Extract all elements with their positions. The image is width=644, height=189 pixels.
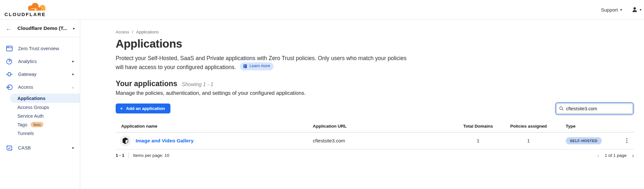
applications-table: Application name Application URL Total D… (116, 124, 634, 149)
section-title: Your applications (116, 79, 177, 88)
page-title: Applications (116, 37, 634, 50)
add-application-label: Add an application (126, 106, 165, 111)
type-cell: SELF-HOSTED (555, 137, 616, 144)
pagination-right: ‹ 1 of 1 page › (597, 152, 634, 158)
breadcrumb-applications: Applications (136, 30, 159, 34)
sidebar-item-analytics[interactable]: Analytics ▾ (0, 55, 80, 68)
sidebar-item-label: Applications (17, 96, 45, 101)
casb-icon (6, 145, 13, 151)
items-per-page-label: Items per page: 10 (133, 153, 169, 158)
pagination-range: 1 - 1 (116, 153, 124, 158)
sidebar-item-label: Access (18, 85, 33, 90)
beta-badge: Beta (31, 122, 44, 127)
sidebar-item-label: Service Auth (17, 113, 43, 119)
search-box (556, 104, 633, 114)
column-header-policies-assigned: Policies assigned (502, 124, 555, 129)
support-label: Support (601, 7, 618, 13)
pagination: 1 - 1 Items per page: 10 ‹ 1 of 1 page › (116, 152, 634, 159)
application-name-link[interactable]: Image and Video Gallery (136, 138, 194, 144)
brand-wordmark: CLOUDFLARE (5, 12, 46, 17)
gateway-icon (6, 71, 13, 77)
chevron-down-icon: ▾ (639, 8, 641, 12)
chevron-up-icon[interactable]: ▴ (72, 85, 74, 89)
total-domains-cell: 1 (454, 138, 502, 143)
table-row: Image and Video Gallery cftestsite3.com … (116, 132, 634, 149)
app-cube-icon (122, 137, 129, 144)
application-url-cell: cftestsite3.com (313, 138, 454, 143)
table-header-row: Application name Application URL Total D… (116, 124, 634, 132)
account-menu[interactable]: ▾ (631, 6, 641, 13)
sidebar-item-label: Analytics (18, 59, 37, 64)
cloudflare-logo[interactable]: CLOUDFLARE (5, 2, 48, 17)
sidebar-item-label: Gateway (18, 72, 36, 77)
sidebar-item-access-groups[interactable]: Access Groups (0, 103, 80, 112)
overview-window-icon (6, 46, 13, 51)
page-description: Protect your Self-Hosted, SaaS and Priva… (116, 54, 409, 71)
pagination-divider (129, 152, 129, 159)
sidebar-item-label: Zero Trust overview (18, 46, 59, 51)
plus-icon: + (120, 106, 123, 111)
add-application-button[interactable]: + Add an application (116, 104, 170, 113)
zero-trust-dashboard: CLOUDFLARE Support ▾ ▾ ← Cloudflare Demo… (0, 0, 644, 189)
access-login-icon (6, 84, 13, 90)
sidebar-item-label: Tags (17, 122, 27, 127)
sidebar-item-label: Tunnels (17, 131, 34, 136)
account-name[interactable]: Cloudflare Demo (T... (17, 25, 67, 31)
search-focus-ring (555, 102, 634, 115)
pagination-left: 1 - 1 Items per page: 10 (116, 152, 169, 159)
cloudflare-cloud-icon (26, 2, 47, 11)
book-icon (243, 64, 247, 68)
sidebar-nav: Zero Trust overview Analytics ▾ Gateway … (0, 37, 80, 154)
sidebar-item-label: CASB (18, 145, 31, 150)
chevron-left-icon[interactable]: ‹ (597, 152, 599, 158)
chevron-right-icon[interactable]: › (632, 152, 634, 158)
sidebar-item-applications[interactable]: Applications (10, 94, 80, 103)
kebab-menu-icon[interactable]: ⋮ (624, 138, 630, 143)
sidebar: ← Cloudflare Demo (T... ▸ Zero Trust ove… (0, 20, 80, 189)
user-icon (631, 6, 638, 13)
chevron-down-icon[interactable]: ▾ (72, 146, 74, 150)
column-header-type: Type (555, 124, 616, 129)
avatar (120, 135, 131, 146)
learn-more-badge[interactable]: Learn more (240, 62, 274, 70)
column-header-total-domains: Total Domains (454, 124, 502, 129)
topbar: CLOUDFLARE Support ▾ ▾ (0, 0, 644, 20)
sidebar-item-tags[interactable]: Tags Beta (0, 120, 80, 129)
sidebar-item-tunnels[interactable]: Tunnels (0, 129, 80, 138)
chevron-down-icon[interactable]: ▾ (72, 72, 74, 76)
table-controls: + Add an application (116, 102, 634, 115)
policies-assigned-cell: 1 (502, 138, 555, 143)
breadcrumb-separator: / (132, 30, 133, 34)
chevron-right-icon[interactable]: ▸ (73, 26, 75, 31)
breadcrumb: Access / Applications (116, 30, 634, 34)
account-switcher: ← Cloudflare Demo (T... ▸ (0, 20, 80, 37)
sidebar-item-casb[interactable]: CASB ▾ (0, 141, 80, 154)
column-header-application-url: Application URL (313, 124, 454, 129)
status-badge: SELF-HOSTED (566, 137, 602, 144)
chevron-down-icon: ▾ (620, 8, 622, 12)
section-subtitle: Manage the policies, authentication, and… (116, 90, 634, 96)
main-content: Access / Applications Applications Prote… (80, 20, 644, 189)
back-arrow-icon[interactable]: ← (5, 25, 12, 32)
support-menu[interactable]: Support ▾ (601, 7, 622, 13)
pie-chart-icon (6, 59, 13, 65)
learn-more-label: Learn more (249, 63, 270, 69)
sidebar-item-label: Access Groups (17, 105, 49, 110)
section-header: Your applications Showing 1 - 1 (116, 79, 634, 88)
sidebar-item-gateway[interactable]: Gateway ▾ (0, 68, 80, 81)
chevron-down-icon[interactable]: ▾ (72, 59, 74, 64)
access-subnav: Applications Access Groups Service Auth … (0, 94, 80, 138)
sidebar-item-access[interactable]: Access ▴ (0, 81, 80, 94)
search-input[interactable] (566, 106, 624, 111)
sidebar-item-zero-trust-overview[interactable]: Zero Trust overview (0, 42, 80, 55)
row-menu-cell: ⋮ (616, 138, 634, 143)
sidebar-item-service-auth[interactable]: Service Auth (0, 112, 80, 120)
topbar-right: Support ▾ ▾ (601, 6, 641, 13)
page-indicator: 1 of 1 page (605, 153, 627, 158)
breadcrumb-access[interactable]: Access (116, 30, 129, 34)
column-header-application-name: Application name (116, 124, 313, 129)
showing-count: Showing 1 - 1 (182, 82, 213, 87)
application-name-cell: Image and Video Gallery (116, 135, 313, 146)
search-icon (559, 106, 564, 111)
